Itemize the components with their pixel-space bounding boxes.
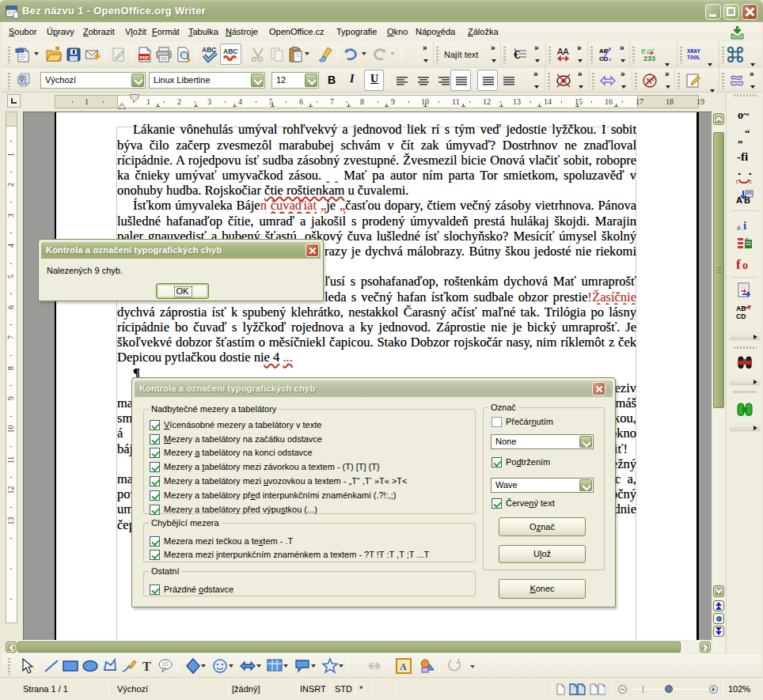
svg-text:„: „ (738, 133, 743, 145)
svg-text:#.: #. (737, 224, 742, 232)
svg-text:CD: CD (599, 55, 609, 62)
svg-text:xml: xml (647, 47, 654, 52)
svg-text:t: t (750, 178, 752, 185)
svg-text:-fi: -fi (737, 150, 748, 163)
svg-text:AB: AB (736, 305, 746, 312)
svg-text:f: f (736, 257, 741, 272)
svg-text:A: A (400, 661, 407, 672)
svg-text:ABC: ABC (223, 47, 237, 55)
svg-text:i: i (743, 219, 746, 232)
svg-text:233: 233 (643, 55, 655, 62)
svg-text:AA: AA (557, 47, 569, 56)
svg-text:CD: CD (736, 312, 746, 320)
svg-text:o~: o~ (738, 109, 750, 121)
svg-text:“: “ (745, 127, 750, 139)
svg-text:o: o (742, 259, 748, 271)
svg-text:t: t (736, 178, 738, 185)
svg-text:T: T (142, 660, 151, 673)
svg-text:PDF: PDF (140, 55, 150, 60)
